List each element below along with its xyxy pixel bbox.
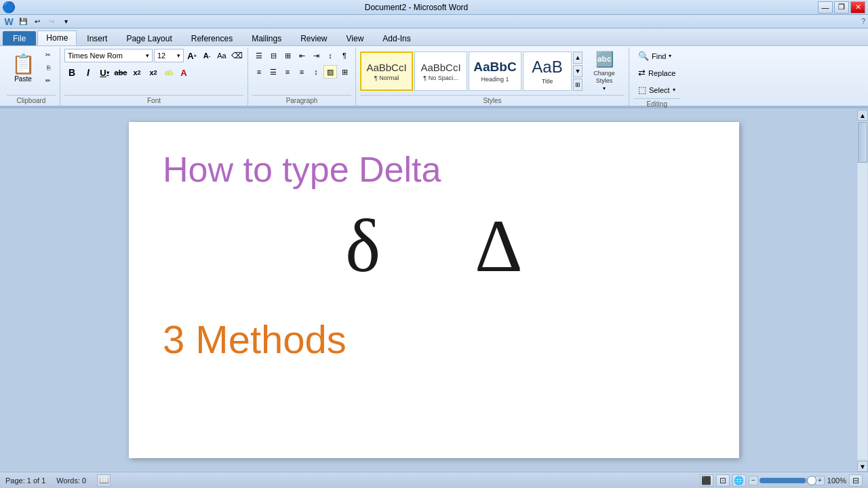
- shading-button[interactable]: ▨: [323, 65, 337, 79]
- redo-button[interactable]: ↪: [45, 16, 58, 27]
- style-normal-button[interactable]: AaBbCcI ¶ Normal: [360, 52, 413, 91]
- strikethrough-button[interactable]: abc: [113, 65, 128, 80]
- change-styles-button[interactable]: 🔤 ChangeStyles ▾: [584, 52, 625, 91]
- style-heading1-label: Heading 1: [481, 76, 509, 83]
- style-no-spacing-sample: AaBbCcI: [420, 62, 460, 73]
- style-normal-label: ¶ Normal: [374, 75, 399, 81]
- align-right-button[interactable]: ≡: [281, 65, 294, 79]
- tab-page-layout[interactable]: Page Layout: [117, 31, 180, 45]
- subscript-button[interactable]: x2: [130, 65, 144, 80]
- select-button[interactable]: ⬚ Select ▾: [633, 83, 680, 97]
- sort-button[interactable]: ↕: [323, 49, 337, 62]
- replace-button[interactable]: ⇄ Replace: [633, 66, 680, 80]
- save-button[interactable]: 💾: [17, 16, 29, 27]
- style-title-label: Title: [542, 78, 553, 85]
- zoom-out-button[interactable]: −: [749, 476, 758, 485]
- restore-button[interactable]: ❐: [834, 1, 849, 14]
- show-marks-button[interactable]: ¶: [338, 49, 351, 62]
- tab-references[interactable]: References: [182, 31, 241, 45]
- minimize-button[interactable]: —: [818, 1, 833, 14]
- numbering-button[interactable]: ⊟: [267, 49, 280, 62]
- window-controls: — ❐ ✕: [818, 1, 865, 14]
- tab-add-ins[interactable]: Add-Ins: [374, 31, 419, 45]
- ribbon-tabs: File Home Insert Page Layout References …: [0, 28, 868, 46]
- paragraph-content: ☰ ⊟ ⊞ ⇤ ⇥ ↕ ¶ ≡ ☰ ≡ ≡ ↕ ▨ ⊞: [252, 49, 351, 94]
- copy-button[interactable]: ⎘: [41, 62, 56, 74]
- clipboard-content: 📋 Paste ✂ ⎘ ✏: [7, 49, 56, 94]
- tab-review[interactable]: Review: [292, 31, 336, 45]
- italic-button[interactable]: I: [81, 65, 96, 80]
- underline-button[interactable]: U▾: [97, 65, 112, 80]
- style-title-button[interactable]: AaB Title: [523, 52, 572, 91]
- tab-insert[interactable]: Insert: [78, 31, 116, 45]
- font-family-selector[interactable]: Times New Rom ▾: [64, 49, 153, 62]
- paragraph-label: Paragraph: [252, 95, 351, 106]
- help-button[interactable]: ?: [861, 18, 865, 25]
- superscript-button[interactable]: x2: [146, 65, 161, 80]
- ribbon: 📋 Paste ✂ ⎘ ✏ Clipboard Times New Rom ▾ …: [0, 46, 868, 107]
- text-highlight-button[interactable]: ab: [162, 66, 176, 79]
- tab-view[interactable]: View: [338, 31, 373, 45]
- font-group: Times New Rom ▾ 12 ▾ A+ A- Aa ⌫ B I U▾ a…: [60, 47, 248, 106]
- editing-content: 🔍 Find ▾ ⇄ Replace ⬚ Select ▾: [633, 49, 680, 97]
- word-icon: W: [3, 16, 15, 27]
- bold-button[interactable]: B: [64, 65, 79, 80]
- select-dropdown-icon: ▾: [673, 87, 675, 93]
- scroll-thumb[interactable]: [858, 122, 867, 163]
- zoom-fill: [760, 478, 806, 483]
- undo-button[interactable]: ↩: [31, 16, 43, 27]
- cut-button[interactable]: ✂: [41, 49, 56, 61]
- styles-scroll-up[interactable]: ▲: [573, 52, 583, 64]
- view-fullscreen-button[interactable]: ⊡: [716, 474, 730, 487]
- document-area: ▲ ▼ How to type Delta δ Δ 3 Methods: [0, 108, 868, 472]
- qat-dropdown-button[interactable]: ▾: [60, 16, 72, 27]
- style-normal-sample: AaBbCcI: [366, 62, 406, 73]
- style-no-spacing-button[interactable]: AaBbCcI ¶ No Spaci...: [414, 52, 467, 91]
- zoom-handle[interactable]: [807, 476, 816, 485]
- font-size-selector[interactable]: 12 ▾: [154, 49, 184, 62]
- paste-button[interactable]: 📋 Paste: [7, 49, 39, 88]
- styles-scroll-down[interactable]: ▼: [573, 65, 583, 77]
- spell-check-button[interactable]: 📖: [97, 474, 111, 487]
- style-heading1-button[interactable]: AaBbC Heading 1: [469, 52, 521, 91]
- scroll-down-button[interactable]: ▼: [857, 461, 868, 472]
- font-row-1: Times New Rom ▾ 12 ▾ A+ A- Aa ⌫: [64, 49, 243, 62]
- view-web-button[interactable]: 🌐: [732, 474, 746, 487]
- align-center-button[interactable]: ☰: [267, 65, 280, 79]
- editing-label: Editing: [633, 98, 680, 109]
- zoom-bar: [760, 478, 814, 483]
- zoom-in-button[interactable]: +: [815, 476, 825, 485]
- find-button[interactable]: 🔍 Find ▾: [633, 49, 676, 63]
- zoom-fit-button[interactable]: ⊟: [849, 474, 863, 487]
- font-size-dropdown-icon: ▾: [177, 52, 180, 59]
- clear-formatting-button[interactable]: ⌫: [230, 49, 243, 62]
- paragraph-row-1: ☰ ⊟ ⊞ ⇤ ⇥ ↕ ¶: [252, 49, 351, 62]
- font-color-button[interactable]: A: [177, 66, 191, 79]
- clipboard-small-buttons: ✂ ⎘ ✏: [41, 49, 56, 87]
- borders-button[interactable]: ⊞: [338, 65, 351, 79]
- close-button[interactable]: ✕: [850, 1, 865, 14]
- styles-group: AaBbCcI ¶ Normal AaBbCcI ¶ No Spaci... A…: [356, 47, 629, 106]
- styles-content: AaBbCcI ¶ Normal AaBbCcI ¶ No Spaci... A…: [360, 49, 625, 94]
- justify-button[interactable]: ≡: [295, 65, 309, 79]
- tab-mailings[interactable]: Mailings: [243, 31, 290, 45]
- font-grow-button[interactable]: A+: [185, 49, 199, 62]
- multilevel-list-button[interactable]: ⊞: [281, 49, 294, 62]
- styles-scroll-more[interactable]: ⊞: [573, 79, 583, 91]
- tab-home[interactable]: Home: [37, 30, 77, 45]
- format-painter-button[interactable]: ✏: [41, 75, 56, 87]
- tab-file[interactable]: File: [3, 31, 36, 45]
- decrease-indent-button[interactable]: ⇤: [295, 49, 309, 62]
- title-bar-left: 🔵: [3, 2, 15, 13]
- align-left-button[interactable]: ≡: [252, 65, 266, 79]
- page-indicator: Page: 1 of 1: [5, 476, 45, 485]
- font-shrink-button[interactable]: A-: [200, 49, 214, 62]
- increase-indent-button[interactable]: ⇥: [309, 49, 323, 62]
- change-case-button[interactable]: Aa: [215, 49, 229, 62]
- word-count: Words: 0: [56, 476, 86, 485]
- line-spacing-button[interactable]: ↕: [309, 65, 323, 79]
- scroll-up-button[interactable]: ▲: [857, 110, 868, 121]
- bullets-button[interactable]: ☰: [252, 49, 266, 62]
- replace-label: Replace: [648, 69, 675, 77]
- view-print-button[interactable]: ⬛: [700, 474, 713, 487]
